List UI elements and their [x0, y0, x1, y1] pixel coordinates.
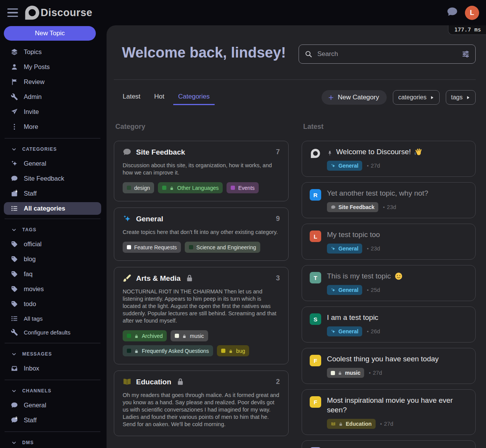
category-card-education[interactable]: Education 2 Oh my readers that goes thro… [114, 371, 289, 436]
user-avatar[interactable]: L [465, 6, 479, 20]
sidebar-item-admin[interactable]: Admin [4, 89, 101, 104]
topic-row[interactable]: F Most inspirational movie you have ever… [302, 389, 476, 435]
avatar: T [310, 272, 321, 283]
layers-icon [11, 48, 18, 56]
topic-row[interactable]: D Totally amped about the 80s [302, 440, 476, 448]
topic-row[interactable]: S I am a test topic General 26d [302, 306, 476, 343]
avatar: F [310, 396, 321, 408]
new-topic-button[interactable]: New Topic [4, 26, 96, 41]
speech-bubble-icon [331, 205, 336, 210]
plus-icon [328, 94, 334, 101]
category-badge[interactable]: General [327, 285, 362, 295]
color-square [231, 186, 235, 190]
filter-sliders-icon[interactable] [462, 50, 470, 58]
subcategory-chip[interactable]: Frequently Asked Questions [123, 345, 213, 356]
sidebar-channel-general[interactable]: General [4, 398, 101, 413]
chevron-down-icon [11, 227, 16, 232]
topic-age: 27d [380, 421, 393, 427]
list-icon [11, 205, 18, 212]
topic-row[interactable]: T This is my test topic General 25d [302, 265, 476, 301]
sidebar-item-topics[interactable]: Topics [4, 44, 101, 59]
subcategory-chip[interactable]: bug [217, 345, 249, 356]
sidebar-section-categories[interactable]: CATEGORIES [4, 142, 101, 156]
sidebar-divider [5, 432, 100, 432]
sidebar-item-review[interactable]: Review [4, 74, 101, 89]
new-category-button[interactable]: New Category [322, 90, 387, 105]
category-badge[interactable]: General [327, 161, 362, 171]
sidebar-section-channels[interactable]: CHANNELS [4, 384, 101, 398]
lock-icon [338, 371, 342, 375]
sidebar-category-staff[interactable]: Staff [4, 186, 101, 201]
sidebar-tag-official[interactable]: official [4, 237, 101, 252]
tab-hot[interactable]: Hot [149, 90, 169, 105]
sidebar-configure-defaults[interactable]: Configure defaults [4, 325, 101, 339]
topic-row[interactable]: L My test topic too General 23d [302, 224, 476, 260]
sidebar-channel-staff[interactable]: Staff [4, 413, 101, 428]
sidebar-tag-movies[interactable]: movies [4, 282, 101, 296]
hamburger-menu-icon[interactable] [5, 5, 21, 20]
topic-row[interactable]: Welcome to Discourse! General 27d [302, 141, 476, 177]
avatar [310, 148, 321, 159]
category-badge[interactable]: General [327, 326, 362, 336]
topic-count: 7 [276, 148, 280, 156]
search-icon [305, 50, 312, 58]
search-input[interactable] [317, 50, 457, 58]
sidebar-item-invite[interactable]: Invite [4, 104, 101, 119]
ellipsis-icon [11, 123, 18, 130]
category-description: NOCTURNAL RIOT IN THE CHAIRMAN Then let … [123, 288, 280, 324]
paper-plane-icon [11, 108, 18, 115]
site-logo[interactable]: Discourse [25, 5, 92, 20]
list-icon [11, 315, 18, 322]
topic-age: 27d [369, 370, 382, 376]
sparkle-icon [331, 246, 336, 251]
category-card-general[interactable]: General 9 Create topics here that don't … [114, 208, 289, 261]
sidebar-inbox[interactable]: Inbox [4, 361, 101, 376]
topic-title: Welcome to Discourse! [327, 147, 468, 156]
caret-right-icon [430, 96, 434, 100]
subcategory-chip[interactable]: design [123, 182, 154, 193]
sidebar-category-all-categories[interactable]: All categories [4, 202, 101, 215]
sidebar-section-tags[interactable]: TAGS [4, 223, 101, 237]
sidebar-all-tags[interactable]: All tags [4, 311, 101, 325]
sidebar-category-general[interactable]: General [4, 156, 101, 171]
sidebar-tag-blog[interactable]: blog [4, 252, 101, 267]
subcategory-chip[interactable]: Events [227, 182, 259, 193]
category-badge[interactable]: Education [327, 419, 376, 429]
sidebar-divider [5, 219, 100, 219]
tags-dropdown[interactable]: tags [446, 90, 476, 105]
topic-title: This is my test topic [327, 271, 468, 281]
category-card-site-feedback[interactable]: Site Feedback 7 Discussion about this si… [114, 141, 289, 201]
topic-row[interactable]: F Coolest thing you have seen today musi… [302, 348, 476, 384]
sidebar-tag-todo[interactable]: todo [4, 296, 101, 311]
speech-bubble-icon [123, 148, 131, 156]
subcategory-chip[interactable]: Feature Requests [123, 242, 181, 253]
subcategory-chip[interactable]: Archived [123, 330, 167, 341]
sidebar-tag-faq[interactable]: faq [4, 267, 101, 282]
category-badge[interactable]: General [327, 244, 362, 254]
sidebar: New Topic Topics My Posts Review Admin I… [0, 25, 107, 448]
lock-icon [169, 186, 174, 190]
topic-age: 26d [367, 328, 380, 334]
search-box[interactable] [299, 44, 476, 64]
category-card-arts-media[interactable]: Arts & Media 3 NOCTURNAL RIOT IN THE CHA… [114, 267, 289, 364]
sidebar-item-more[interactable]: More [4, 119, 101, 134]
sidebar-category-site-feedback[interactable]: Site Feedback [4, 171, 101, 186]
tab-latest[interactable]: Latest [118, 90, 145, 105]
tag-badge[interactable]: music [327, 368, 364, 378]
color-square [331, 371, 335, 375]
category-badge[interactable]: Site Feedback [327, 202, 378, 212]
sidebar-section-dms[interactable]: DMS [4, 436, 101, 448]
sidebar-section-messages[interactable]: MESSAGES [4, 347, 101, 361]
sidebar-item-my-posts[interactable]: My Posts [4, 59, 101, 74]
avatar: L [310, 231, 321, 242]
chat-icon[interactable] [447, 6, 460, 19]
tab-categories[interactable]: Categories [173, 90, 215, 105]
sparkle-icon [331, 163, 336, 168]
subcategory-chip[interactable]: Science and Engineering [185, 242, 260, 253]
topic-row[interactable]: R Yet another test topic, why not? Site … [302, 182, 476, 218]
subcategory-chip[interactable]: music [171, 330, 208, 341]
sidebar-divider [5, 380, 100, 380]
subcategory-chip[interactable]: Other Languages [158, 182, 223, 193]
latest-column: Latest Welcome to Discourse! [302, 123, 476, 448]
categories-dropdown[interactable]: categories [393, 90, 440, 105]
